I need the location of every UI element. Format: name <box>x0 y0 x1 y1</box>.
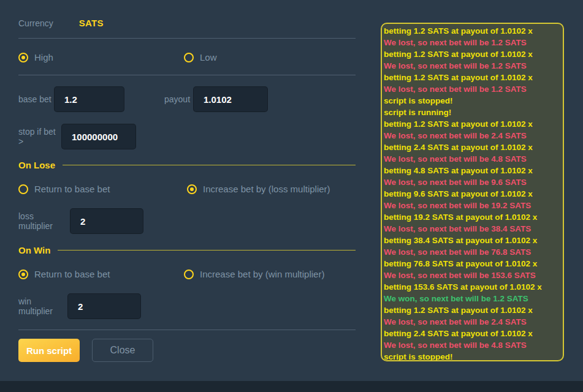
payout-input[interactable] <box>193 86 268 112</box>
radio-win-increase[interactable] <box>184 270 194 279</box>
log-line: betting 1.2 SATS at payout of 1.0102 x <box>384 72 559 83</box>
payout-label: payout <box>164 94 193 104</box>
log-line: betting 1.2 SATS at payout of 1.0102 x <box>384 48 559 60</box>
radio-dot <box>21 56 25 59</box>
radio-low[interactable] <box>184 53 194 62</box>
log-line: We lost, so next bet will be 4.8 SATS <box>384 153 559 165</box>
radio-dot <box>190 187 194 191</box>
radio-option-lose-return[interactable]: Return to base bet <box>18 184 110 194</box>
currency-row: Currency SATS <box>18 18 104 28</box>
radio-lose-increase[interactable] <box>187 184 197 194</box>
currency-value[interactable]: SATS <box>79 18 104 28</box>
log-line: We lost, so next bet will be 1.2 SATS <box>384 60 559 72</box>
on-lose-title: On Lose <box>18 160 55 170</box>
radio-lose-return-label: Return to base bet <box>34 184 110 194</box>
win-multiplier-label: win multiplier <box>18 296 67 316</box>
base-bet-input[interactable] <box>54 86 124 112</box>
radio-dot <box>21 273 25 276</box>
log-line: We lost, so next bet will be 76.8 SATS <box>384 246 559 258</box>
log-line: We lost, so next bet will be 1.2 SATS <box>384 83 559 95</box>
log-line: betting 76.8 SATS at payout of 1.0102 x <box>384 258 559 270</box>
log-line: We lost, so next bet will be 2.4 SATS <box>384 316 559 328</box>
win-multiplier-field: win multiplier <box>18 293 141 319</box>
log-line: script is stopped! <box>384 351 559 361</box>
on-lose-section-header: On Lose <box>18 160 356 170</box>
log-line: betting 38.4 SATS at payout of 1.0102 x <box>384 235 559 246</box>
radio-lose-return[interactable] <box>18 184 28 194</box>
radio-win-return[interactable] <box>18 270 28 279</box>
base-bet-label: base bet <box>18 94 54 104</box>
stop-if-bet-input[interactable] <box>61 124 136 149</box>
divider <box>18 38 356 39</box>
log-line: We lost, so next bet will be 19.2 SATS <box>384 200 559 211</box>
log-line: betting 9.6 SATS at payout of 1.0102 x <box>384 188 559 200</box>
log-line: We lost, so next bet will be 1.2 SATS <box>384 37 559 48</box>
log-line: script is running! <box>384 107 559 118</box>
log-line: We lost, so next bet will be 4.8 SATS <box>384 339 559 351</box>
log-line: betting 2.4 SATS at payout of 1.0102 x <box>384 328 559 339</box>
radio-win-return-label: Return to base bet <box>34 269 110 279</box>
script-settings-panel: Currency SATS High Low base bet payout s… <box>0 0 583 392</box>
radio-option-lose-increase[interactable]: Increase bet by (loss multiplier) <box>187 184 330 194</box>
radio-win-increase-label: Increase bet by (win multiplier) <box>200 269 324 279</box>
divider <box>18 75 356 75</box>
page-footer-strip <box>0 381 583 392</box>
radio-option-low[interactable]: Low <box>184 52 217 62</box>
log-line: script is stopped! <box>384 95 559 107</box>
stop-if-bet-field: stop if bet > <box>18 124 136 149</box>
log-line: betting 1.2 SATS at payout of 1.0102 x <box>384 118 559 130</box>
run-script-button[interactable]: Run script <box>18 339 80 362</box>
section-divider-line <box>58 250 356 251</box>
loss-multiplier-input[interactable] <box>70 208 143 234</box>
log-line: betting 153.6 SATS at payout of 1.0102 x <box>384 281 559 293</box>
loss-multiplier-field: loss multiplier <box>18 208 143 234</box>
script-log[interactable]: betting 1.2 SATS at payout of 1.0102 xWe… <box>381 23 564 361</box>
on-win-title: On Win <box>18 245 50 255</box>
log-line: We lost, so next bet will be 9.6 SATS <box>384 176 559 188</box>
radio-high[interactable] <box>18 53 28 62</box>
log-line: betting 4.8 SATS at payout of 1.0102 x <box>384 165 559 176</box>
log-line: betting 1.2 SATS at payout of 1.0102 x <box>384 25 559 37</box>
section-divider-line <box>63 165 356 165</box>
log-line: We won, so next bet will be 1.2 SATS <box>384 293 559 304</box>
radio-option-win-return[interactable]: Return to base bet <box>18 269 110 279</box>
on-win-section-header: On Win <box>18 245 356 255</box>
currency-label: Currency <box>18 18 53 28</box>
log-line: betting 19.2 SATS at payout of 1.0102 x <box>384 211 559 223</box>
stop-if-bet-label: stop if bet > <box>18 127 61 146</box>
radio-low-label: Low <box>200 52 217 62</box>
loss-multiplier-label: loss multiplier <box>18 211 70 231</box>
radio-option-win-increase[interactable]: Increase bet by (win multiplier) <box>184 269 324 279</box>
close-button[interactable]: Close <box>92 339 153 362</box>
radio-lose-increase-label: Increase bet by (loss multiplier) <box>203 184 330 194</box>
log-line: betting 2.4 SATS at payout of 1.0102 x <box>384 141 559 153</box>
payout-field: payout <box>164 86 268 112</box>
radio-high-label: High <box>34 52 53 62</box>
log-line: betting 1.2 SATS at payout of 1.0102 x <box>384 304 559 316</box>
base-bet-field: base bet <box>18 86 124 112</box>
divider <box>18 330 356 330</box>
win-multiplier-input[interactable] <box>67 293 141 319</box>
log-line: We lost, so next bet will be 2.4 SATS <box>384 130 559 141</box>
radio-option-high[interactable]: High <box>18 52 53 62</box>
log-line: We lost, so next bet will be 153.6 SATS <box>384 270 559 281</box>
log-line: We lost, so next bet will be 38.4 SATS <box>384 223 559 235</box>
